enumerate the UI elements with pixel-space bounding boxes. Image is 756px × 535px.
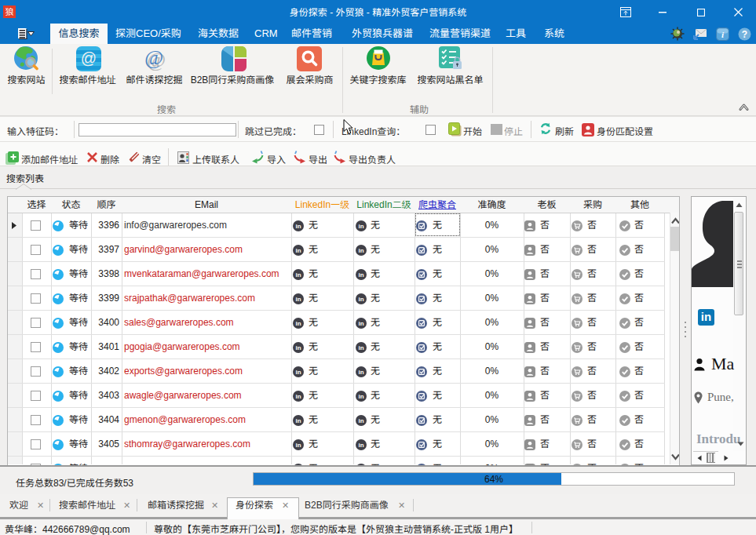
svg-text:in: in [295, 369, 301, 376]
svg-text:in: in [358, 369, 363, 376]
svg-text:in: in [295, 320, 301, 327]
svg-text:in: in [295, 442, 301, 449]
svg-text:in: in [295, 271, 301, 278]
svg-text:in: in [358, 247, 363, 254]
svg-text:in: in [358, 223, 363, 230]
svg-text:in: in [358, 271, 363, 278]
svg-text:in: in [358, 296, 363, 303]
svg-text:in: in [295, 393, 301, 400]
svg-text:in: in [295, 247, 301, 254]
svg-text:in: in [295, 223, 301, 230]
svg-text:in: in [295, 296, 301, 303]
svg-text:?: ? [742, 29, 747, 40]
svg-text:in: in [358, 442, 363, 449]
svg-text:in: in [358, 344, 363, 351]
svg-text:in: in [358, 417, 363, 424]
svg-text:in: in [358, 320, 363, 327]
svg-text:in: in [358, 393, 363, 400]
svg-text:in: in [295, 417, 301, 424]
svg-text:in: in [295, 344, 301, 351]
